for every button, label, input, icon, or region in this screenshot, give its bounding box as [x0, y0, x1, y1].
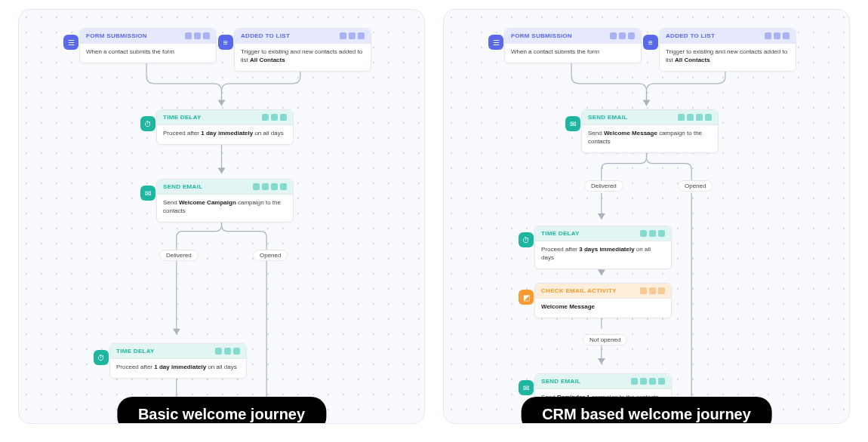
- copy-icon[interactable]: [649, 378, 656, 385]
- node-actions[interactable]: [640, 230, 665, 237]
- copy-icon[interactable]: [658, 230, 665, 237]
- time-delay-node-2[interactable]: ⏱ TIME DELAY Proceed after 1 day immedia…: [109, 343, 247, 379]
- send-email-node[interactable]: ✉ SEND EMAIL Send Welcome Campaign campa…: [156, 179, 294, 223]
- node-title: TIME DELAY: [541, 230, 580, 237]
- time-delay-node-1[interactable]: ⏱ TIME DELAY Proceed after 1 day immedia…: [156, 109, 294, 145]
- node-title: FORM SUBMISSION: [511, 32, 572, 39]
- delete-icon[interactable]: [649, 230, 656, 237]
- activity-icon: ◩: [519, 290, 534, 305]
- node-title: SEND EMAIL: [163, 183, 202, 190]
- copy-icon[interactable]: [358, 32, 365, 39]
- node-title: SEND EMAIL: [588, 114, 627, 121]
- edit-icon[interactable]: [215, 348, 222, 355]
- edit-icon[interactable]: [340, 32, 346, 39]
- svg-marker-0: [218, 100, 226, 106]
- svg-marker-9: [598, 213, 605, 219]
- node-body: Send Welcome Campaign campaign to the co…: [157, 195, 293, 222]
- time-delay-node[interactable]: ⏱ TIME DELAY Proceed after 3 days immedi…: [534, 226, 672, 269]
- node-body: When a contact submits the form: [80, 44, 216, 63]
- delete-icon[interactable]: [640, 378, 647, 385]
- node-body: Send Welcome Message campaign to the con…: [582, 125, 718, 152]
- copy-icon[interactable]: [280, 114, 287, 121]
- delete-icon[interactable]: [271, 114, 278, 121]
- panel-caption: CRM based welcome journey: [521, 397, 772, 424]
- email-icon: ✉: [140, 186, 155, 201]
- edit-icon[interactable]: [185, 32, 192, 39]
- svg-marker-7: [643, 100, 651, 106]
- delete-icon[interactable]: [687, 114, 694, 121]
- delete-icon[interactable]: [649, 287, 656, 294]
- node-title: TIME DELAY: [163, 114, 202, 121]
- basic-journey-flow: ☰ FORM SUBMISSION When a contact submits…: [19, 10, 424, 423]
- copy-icon[interactable]: [271, 183, 278, 190]
- node-body: When a contact submits the form: [505, 44, 641, 63]
- list-icon: ≡: [643, 35, 658, 50]
- chip-not-opened: Not opened: [583, 334, 627, 345]
- node-actions[interactable]: [640, 287, 665, 294]
- node-actions[interactable]: [610, 32, 635, 39]
- node-body: Trigger to existing and new contacts add…: [235, 44, 371, 71]
- chip-delivered: Delivered: [584, 180, 623, 192]
- node-body: Proceed after 1 day immediately on all d…: [157, 125, 293, 144]
- svg-marker-12: [598, 269, 605, 275]
- more-icon[interactable]: [705, 114, 712, 121]
- edit-icon[interactable]: [765, 32, 771, 39]
- svg-marker-15: [598, 358, 605, 364]
- edit-icon[interactable]: [631, 378, 638, 385]
- node-title: ADDED TO LIST: [241, 32, 290, 39]
- delete-icon[interactable]: [194, 32, 201, 39]
- node-title: FORM SUBMISSION: [86, 32, 147, 39]
- form-submission-node[interactable]: ☰ FORM SUBMISSION When a contact submits…: [504, 28, 642, 63]
- copy-icon[interactable]: [783, 32, 790, 39]
- node-body: Proceed after 3 days immediately on all …: [535, 241, 671, 269]
- copy-icon[interactable]: [628, 32, 635, 39]
- chip-delivered: Delivered: [159, 250, 199, 261]
- check-email-activity-node[interactable]: ◩ CHECK EMAIL ACTIVITY Welcome Message: [534, 283, 672, 318]
- added-to-list-node[interactable]: ≡ ADDED TO LIST Trigger to existing and …: [659, 28, 796, 72]
- more-icon[interactable]: [280, 183, 287, 190]
- added-to-list-node[interactable]: ≡ ADDED TO LIST Trigger to existing and …: [234, 28, 371, 72]
- chip-opened: Opened: [678, 180, 713, 192]
- edit-icon[interactable]: [253, 183, 260, 190]
- list-icon: ≡: [218, 35, 233, 50]
- node-actions[interactable]: [215, 348, 240, 355]
- form-icon: ☰: [488, 35, 503, 50]
- node-actions[interactable]: [262, 114, 287, 121]
- edit-icon[interactable]: [610, 32, 617, 39]
- node-actions[interactable]: [678, 114, 712, 121]
- edit-icon[interactable]: [678, 114, 685, 121]
- more-icon[interactable]: [658, 378, 665, 385]
- chip-opened: Opened: [253, 250, 288, 261]
- delete-icon[interactable]: [619, 32, 626, 39]
- copy-icon[interactable]: [203, 32, 210, 39]
- edit-icon[interactable]: [262, 114, 269, 121]
- node-title: TIME DELAY: [116, 348, 155, 355]
- form-submission-node[interactable]: ☰ FORM SUBMISSION When a contact submits…: [79, 28, 217, 63]
- node-actions[interactable]: [765, 32, 790, 39]
- copy-icon[interactable]: [658, 287, 665, 294]
- copy-icon[interactable]: [696, 114, 703, 121]
- clock-icon: ⏱: [140, 116, 155, 131]
- copy-icon[interactable]: [233, 348, 240, 355]
- node-actions[interactable]: [631, 378, 665, 385]
- edit-icon[interactable]: [640, 287, 647, 294]
- connector-lines: [444, 10, 849, 423]
- node-body: Proceed after 1 day immediately on all d…: [110, 359, 246, 378]
- send-email-welcome-node[interactable]: ✉ SEND EMAIL Send Welcome Message campai…: [581, 109, 719, 153]
- email-icon: ✉: [519, 380, 534, 395]
- node-actions[interactable]: [185, 32, 210, 39]
- node-body: Welcome Message: [535, 299, 671, 318]
- delete-icon[interactable]: [349, 32, 356, 39]
- delete-icon[interactable]: [262, 183, 269, 190]
- node-actions[interactable]: [253, 183, 287, 190]
- svg-marker-4: [173, 329, 180, 335]
- node-actions[interactable]: [340, 32, 365, 39]
- edit-icon[interactable]: [640, 230, 647, 237]
- node-title: CHECK EMAIL ACTIVITY: [541, 287, 617, 294]
- delete-icon[interactable]: [774, 32, 780, 39]
- delete-icon[interactable]: [224, 348, 231, 355]
- node-body: Trigger to existing and new contacts add…: [660, 44, 796, 71]
- clock-icon: ⏱: [519, 232, 534, 247]
- crm-journey-panel: ☰ FORM SUBMISSION When a contact submits…: [443, 9, 850, 424]
- crm-journey-flow: ☰ FORM SUBMISSION When a contact submits…: [444, 10, 849, 423]
